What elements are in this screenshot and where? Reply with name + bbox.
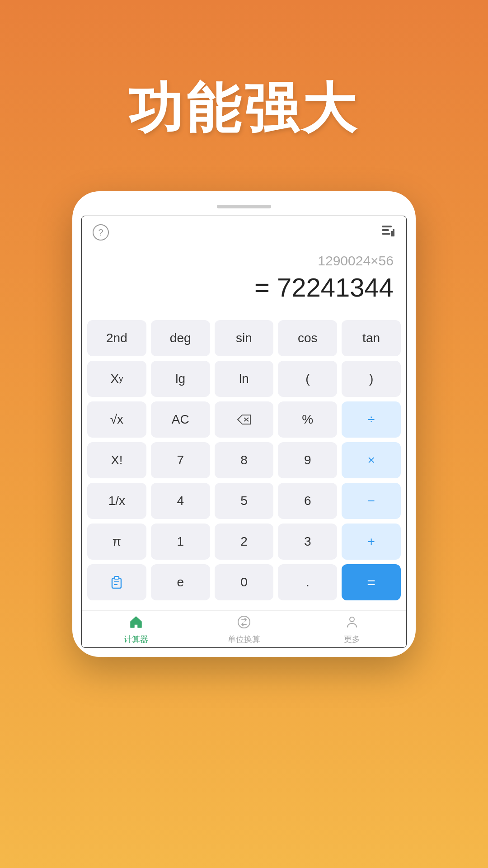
- nav-label-converter: 单位换算: [228, 634, 260, 645]
- key-row-2: Xy lg ln ( ): [87, 361, 401, 397]
- svg-point-11: [238, 616, 250, 628]
- history-icon[interactable]: [381, 225, 395, 240]
- key-percent[interactable]: %: [278, 401, 337, 438]
- result: = 72241344: [94, 272, 394, 302]
- nav-item-more[interactable]: 更多: [298, 615, 406, 645]
- key-row-6: π 1 2 3 +: [87, 524, 401, 560]
- key-close-paren[interactable]: ): [342, 361, 401, 397]
- key-plus[interactable]: +: [342, 524, 401, 560]
- key-8[interactable]: 8: [215, 442, 274, 478]
- svg-rect-2: [382, 233, 390, 235]
- svg-rect-8: [114, 576, 119, 579]
- key-ac[interactable]: AC: [151, 401, 210, 438]
- key-multiply[interactable]: ×: [342, 442, 401, 478]
- svg-rect-4: [393, 229, 394, 231]
- key-divide[interactable]: ÷: [342, 401, 401, 438]
- key-cos[interactable]: cos: [278, 320, 337, 356]
- app-header: ?: [82, 216, 406, 244]
- key-clipboard[interactable]: [87, 564, 146, 600]
- phone-mockup: ? 1290024×56 = 72241344 2nd deg: [72, 191, 416, 657]
- key-reciprocal[interactable]: 1/x: [87, 483, 146, 519]
- key-1[interactable]: 1: [151, 524, 210, 560]
- key-backspace[interactable]: [215, 401, 274, 438]
- key-factorial[interactable]: X!: [87, 442, 146, 478]
- app-screen: ? 1290024×56 = 72241344 2nd deg: [81, 216, 407, 648]
- headline: 功能强大: [128, 72, 360, 146]
- bottom-nav: 计算器 单位换算 更多: [82, 610, 406, 647]
- more-icon: [345, 615, 359, 632]
- key-ln[interactable]: ln: [215, 361, 274, 397]
- svg-rect-0: [382, 226, 392, 227]
- home-icon: [129, 615, 143, 632]
- key-equals[interactable]: =: [342, 564, 401, 600]
- key-row-1: 2nd deg sin cos tan: [87, 320, 401, 356]
- nav-label-more: 更多: [344, 634, 360, 645]
- nav-item-calculator[interactable]: 计算器: [82, 615, 190, 645]
- help-icon[interactable]: ?: [93, 224, 109, 241]
- key-6[interactable]: 6: [278, 483, 337, 519]
- svg-rect-1: [382, 229, 389, 231]
- key-decimal[interactable]: .: [278, 564, 337, 600]
- svg-point-12: [350, 617, 354, 622]
- nav-label-calculator: 计算器: [124, 634, 148, 645]
- key-row-5: 1/x 4 5 6 −: [87, 483, 401, 519]
- convert-icon: [237, 615, 251, 632]
- key-9[interactable]: 9: [278, 442, 337, 478]
- display-area: 1290024×56 = 72241344: [82, 244, 406, 316]
- key-7[interactable]: 7: [151, 442, 210, 478]
- svg-rect-3: [391, 231, 394, 236]
- phone-notch: [217, 205, 271, 208]
- key-lg[interactable]: lg: [151, 361, 210, 397]
- nav-item-converter[interactable]: 单位换算: [190, 615, 298, 645]
- key-sin[interactable]: sin: [215, 320, 274, 356]
- key-e[interactable]: e: [151, 564, 210, 600]
- key-row-7: e 0 . =: [87, 564, 401, 600]
- key-4[interactable]: 4: [151, 483, 210, 519]
- key-row-4: X! 7 8 9 ×: [87, 442, 401, 478]
- key-sqrt[interactable]: √x: [87, 401, 146, 438]
- key-tan[interactable]: tan: [342, 320, 401, 356]
- svg-rect-7: [112, 578, 121, 588]
- key-2[interactable]: 2: [215, 524, 274, 560]
- keypad: 2nd deg sin cos tan Xy lg ln ( ) √x AC: [82, 316, 406, 610]
- key-deg[interactable]: deg: [151, 320, 210, 356]
- key-pi[interactable]: π: [87, 524, 146, 560]
- key-2nd[interactable]: 2nd: [87, 320, 146, 356]
- expression: 1290024×56: [94, 253, 394, 269]
- key-minus[interactable]: −: [342, 483, 401, 519]
- key-3[interactable]: 3: [278, 524, 337, 560]
- key-row-3: √x AC % ÷: [87, 401, 401, 438]
- key-xpowy[interactable]: Xy: [87, 361, 146, 397]
- key-open-paren[interactable]: (: [278, 361, 337, 397]
- key-5[interactable]: 5: [215, 483, 274, 519]
- key-0[interactable]: 0: [215, 564, 274, 600]
